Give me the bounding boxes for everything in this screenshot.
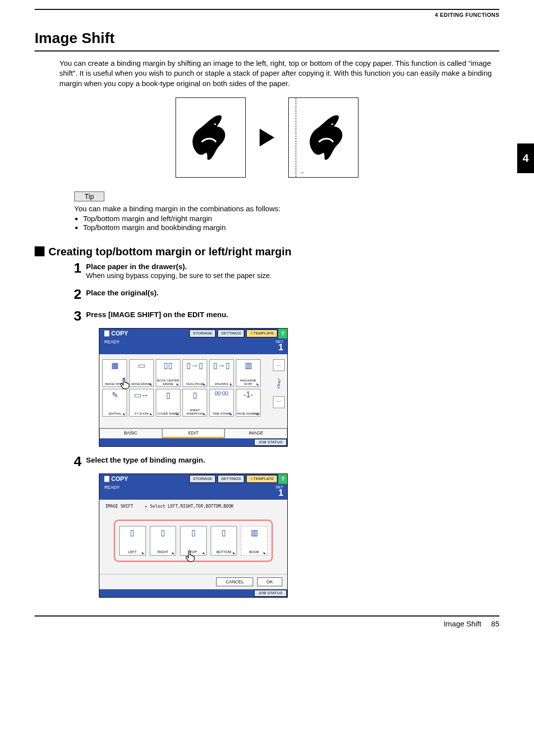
job-status-button[interactable]: JOB STATUS (254, 439, 287, 446)
top-button[interactable]: ▯TOP (180, 526, 207, 556)
status-ready: READY (104, 339, 120, 351)
counter-area: SET 1 (275, 339, 283, 351)
ok-button[interactable]: OK (257, 577, 282, 586)
sheet-insertion-button[interactable]: ▯SHEET INSERTION (182, 389, 207, 417)
subsection-title: Creating top/bottom margin or left/right… (35, 245, 499, 258)
image-shift-panel: COPY STORAGE SETTINGS ☆ TEMPLATE ? READY… (99, 473, 288, 598)
edge-erase-button[interactable]: ▭EDGE ERASE (129, 359, 154, 387)
svg-point-1 (331, 123, 333, 125)
settings-button[interactable]: SETTINGS (218, 330, 244, 337)
status-ready: READY (104, 485, 120, 497)
cover-sheet-button[interactable]: ▯COVER SHEET (156, 389, 180, 417)
intro-paragraph: You can create a binding margin by shift… (59, 58, 499, 89)
xy-zoom-button[interactable]: ▭↔XY ZOOM (129, 389, 154, 417)
tab-image[interactable]: IMAGE (224, 428, 287, 438)
shift-indicator-icon: → (300, 170, 305, 175)
screen-title: IMAGE SHIFT (105, 504, 133, 509)
edit-menu-panel: COPY STORAGE SETTINGS ☆ TEMPLATE ? READY… (99, 328, 288, 447)
job-status-button[interactable]: JOB STATUS (254, 590, 287, 597)
tip-intro: You can make a binding margin in the com… (74, 204, 280, 213)
scroll-down-button[interactable]: ﹀ (273, 396, 285, 408)
magazine-sort-button[interactable]: ▥MAGAZINE SORT (236, 359, 261, 387)
time-stamp-button[interactable]: 00:00TIME STAMP (209, 389, 234, 417)
section-title: Image Shift (35, 30, 499, 51)
right-button[interactable]: ▯RIGHT (150, 526, 177, 556)
step-note: When using bypass copying, be sure to se… (86, 272, 499, 280)
original-page (176, 97, 246, 178)
page-number-button[interactable]: -1-PAGE NUMBER (236, 389, 261, 417)
footer-title: Image Shift (444, 619, 481, 628)
step-heading: Place paper in the drawer(s). (86, 262, 499, 271)
shifted-page: → (288, 97, 358, 178)
arrow-right-icon (260, 129, 274, 146)
mode-copy-label[interactable]: COPY (99, 474, 133, 484)
step-heading: Press [IMAGE SHIFT] on the EDIT menu. (86, 310, 499, 319)
dual-page-button[interactable]: ▯→▯DUAL PAGE (182, 359, 207, 387)
settings-button[interactable]: SETTINGS (218, 475, 244, 483)
image-shift-button[interactable]: ▦IMAGE SHIFT (102, 359, 127, 387)
help-button[interactable]: ? (278, 474, 287, 484)
step-number: 3 (69, 309, 86, 323)
screen-hint: ▸ Select LEFT,RIGHT,TOP,BOTTOM,BOOK (145, 504, 233, 509)
cancel-button[interactable]: CANCEL (216, 577, 253, 586)
header-category: 4 EDITING FUNCTIONS (35, 12, 499, 18)
storage-button[interactable]: STORAGE (189, 475, 216, 483)
footer-page-number: 85 (491, 619, 499, 628)
tip-item: Top/bottom margin and left/right margin (83, 214, 499, 223)
tab-edit[interactable]: EDIT (162, 428, 225, 438)
bottom-button[interactable]: ▯BOTTOM (211, 526, 237, 556)
counter-area: SET 1 (275, 485, 283, 497)
scroll-up-button[interactable]: ︿ (273, 359, 285, 371)
book-button[interactable]: ▥BOOK (241, 526, 267, 556)
tip-label: Tip (74, 191, 104, 201)
step-number: 1 (69, 261, 86, 275)
orca-icon (188, 110, 233, 165)
2in1-4in1-button[interactable]: ▯→▯2IN1/4IN1 (209, 359, 234, 387)
tab-basic[interactable]: BASIC (99, 428, 162, 438)
template-button[interactable]: ☆ TEMPLATE (246, 330, 277, 337)
mode-copy-label[interactable]: COPY (99, 329, 133, 338)
left-button[interactable]: ▯LEFT (119, 526, 146, 556)
step-heading: Place the original(s). (86, 288, 499, 297)
step-heading: Select the type of binding margin. (86, 456, 499, 464)
margin-options: ▯LEFT ▯RIGHT ▯TOP ▯BOTTOM ▥BOOK (114, 520, 273, 562)
page-indicator: 1 2 (275, 378, 282, 389)
editing-button[interactable]: ✎EDITING (102, 389, 127, 417)
chapter-tab: 4 (517, 143, 534, 173)
template-button[interactable]: ☆ TEMPLATE (246, 475, 277, 483)
orca-icon (306, 110, 350, 165)
step-number: 4 (69, 455, 86, 469)
book-center-erase-button[interactable]: ▯▯BOOK CENTER ERASE (156, 359, 180, 387)
tip-item: Top/bottom margin and bookbinding margin (83, 223, 499, 232)
svg-point-0 (214, 123, 216, 125)
step-number: 2 (69, 287, 86, 301)
image-shift-illustration: → (35, 97, 499, 178)
help-button[interactable]: ? (278, 329, 287, 338)
storage-button[interactable]: STORAGE (189, 330, 216, 337)
